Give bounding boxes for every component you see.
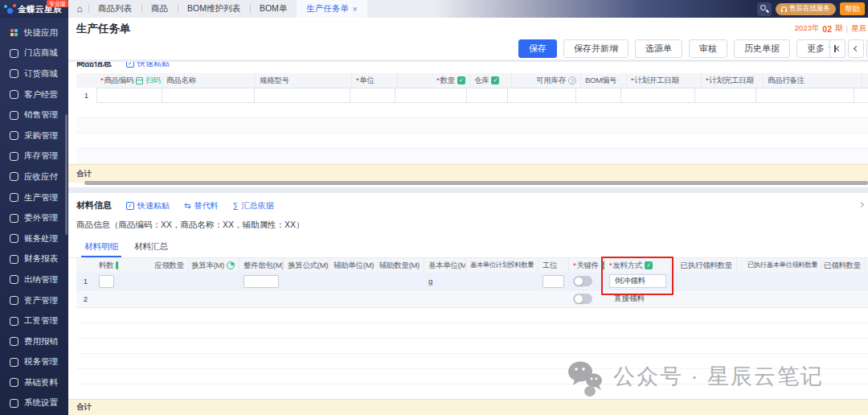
material-column-header[interactable]: 辅助单位(M) bbox=[330, 258, 378, 273]
workstation-input[interactable] bbox=[542, 275, 564, 288]
material-tab[interactable]: 材料明细 bbox=[76, 237, 126, 257]
sidebar-item[interactable]: 税务管理 bbox=[0, 352, 68, 373]
product-column-header[interactable] bbox=[862, 73, 868, 88]
product-cell[interactable] bbox=[620, 88, 695, 103]
sidebar-item[interactable]: 订货商城 bbox=[0, 64, 68, 84]
sidebar-item[interactable]: 财务报表 bbox=[0, 249, 68, 270]
sidebar-item[interactable]: 客户经营 bbox=[0, 84, 68, 105]
product-cell[interactable] bbox=[507, 88, 576, 103]
pack-input[interactable] bbox=[244, 275, 279, 288]
after-sales-service-button[interactable]: 售后在线服务 bbox=[776, 3, 836, 15]
material-column-header[interactable]: 辅助数量(M) bbox=[378, 258, 424, 273]
product-cell[interactable] bbox=[575, 88, 621, 103]
material-column-header[interactable]: 基本单位(M) bbox=[424, 258, 466, 273]
help-button[interactable]: 帮助 bbox=[840, 2, 865, 15]
sidebar-item-icon bbox=[10, 399, 18, 408]
key-part-toggle[interactable] bbox=[573, 276, 592, 286]
logo[interactable]: 金蝶云星辰 专业版 bbox=[0, 0, 68, 18]
product-cell[interactable] bbox=[350, 88, 395, 103]
sidebar-item[interactable]: 采购管理 bbox=[0, 125, 68, 146]
sidebar-item[interactable]: 费用报销 bbox=[0, 331, 68, 352]
history-button[interactable]: 历史单据 bbox=[734, 39, 790, 58]
product-column-header[interactable]: *商品编码 扫码 bbox=[96, 73, 162, 88]
product-column-header[interactable]: *数量 bbox=[398, 73, 470, 88]
sidebar-item[interactable]: 库存管理 bbox=[0, 146, 68, 167]
product-cell[interactable] bbox=[395, 88, 467, 103]
product-cell[interactable] bbox=[755, 88, 854, 103]
material-tool-link[interactable]: 替代料 bbox=[184, 200, 218, 212]
product-column-header[interactable]: *单位 bbox=[352, 73, 398, 88]
material-column-header[interactable]: 已执行基本单位领料数量 bbox=[737, 258, 822, 273]
sidebar-item[interactable]: 快捷应用 bbox=[0, 23, 68, 43]
save-and-new-button[interactable]: 保存并新增 bbox=[563, 39, 628, 58]
material-column-header[interactable]: 已执行领料数量 bbox=[671, 258, 737, 273]
material-column-header[interactable]: 换算率(M) bbox=[189, 258, 240, 273]
sidebar-scrollbar[interactable] bbox=[65, 114, 68, 235]
sidebar-item[interactable]: 账务处理 bbox=[0, 228, 68, 249]
pick-source-button[interactable]: 选源单 bbox=[635, 39, 682, 58]
sidebar-item[interactable]: 基础资料 bbox=[0, 372, 68, 393]
material-column-header[interactable]: 应领数量 bbox=[119, 258, 189, 273]
app-window: 金蝶云星辰 专业版 ⌂ 商品列表 商品 BOM维护列表 bbox=[0, 0, 868, 415]
row-number: 1 bbox=[76, 88, 96, 103]
material-column-header[interactable]: 基本单位计划投料数量 bbox=[466, 258, 538, 273]
sidebar-item[interactable]: 工资管理 bbox=[0, 310, 68, 331]
product-column-header[interactable]: BOM编号 bbox=[581, 73, 627, 88]
close-tab-icon[interactable]: × bbox=[353, 5, 358, 14]
document-tab[interactable]: BOM维护列表 bbox=[178, 0, 250, 18]
document-tab[interactable]: 商品 bbox=[141, 0, 178, 18]
product-cell[interactable] bbox=[162, 88, 255, 103]
sidebar-item[interactable]: 销售管理 bbox=[0, 105, 68, 125]
material-column-header[interactable]: *关键件 bbox=[569, 258, 605, 273]
material-row: 1 g 倒冲领料 bbox=[76, 273, 868, 290]
issue-method-select[interactable]: 倒冲领料 bbox=[609, 274, 666, 288]
key-part-toggle[interactable] bbox=[573, 294, 592, 304]
product-column-header[interactable]: 商品名称 bbox=[162, 73, 256, 88]
home-icon[interactable]: ⌂ bbox=[71, 0, 88, 18]
scan-link[interactable]: 扫码 bbox=[145, 76, 160, 86]
sidebar-item[interactable]: 资产管理 bbox=[0, 290, 68, 311]
product-column-header[interactable]: 可用库存 bbox=[512, 73, 581, 88]
sidebar-item[interactable]: 系统设置 bbox=[0, 393, 68, 414]
material-column-header[interactable]: 已领料数量 bbox=[822, 258, 866, 273]
sidebar-item[interactable]: 应收应付 bbox=[0, 166, 68, 187]
sidebar-item[interactable]: 生产管理 bbox=[0, 187, 68, 208]
qty-input[interactable] bbox=[99, 275, 114, 288]
product-cell[interactable] bbox=[466, 88, 508, 103]
material-column-header[interactable]: 整件散包(M) bbox=[240, 258, 284, 273]
product-cell[interactable] bbox=[694, 88, 756, 103]
product-cell[interactable] bbox=[254, 88, 350, 103]
product-column-header[interactable]: 商品行备注 bbox=[764, 73, 862, 88]
document-tab[interactable]: BOM单 bbox=[250, 0, 297, 18]
product-cell[interactable] bbox=[854, 88, 868, 103]
required-marker: * bbox=[356, 76, 358, 84]
first-record-button[interactable] bbox=[829, 39, 845, 58]
previous-record-button[interactable] bbox=[848, 39, 864, 58]
material-tool-link[interactable]: 汇总依据 bbox=[232, 200, 273, 212]
prev-page-icon bbox=[853, 45, 858, 51]
save-button[interactable]: 保存 bbox=[518, 39, 557, 58]
material-column-header[interactable]: 工位 bbox=[538, 258, 569, 273]
material-column-header[interactable]: *发料方式 bbox=[605, 258, 671, 273]
material-column-header[interactable]: 换算公式(M) bbox=[284, 258, 330, 273]
horizontal-scrollbar[interactable] bbox=[84, 181, 868, 185]
material-tab[interactable]: 材料汇总 bbox=[126, 237, 176, 257]
quick-paste-link[interactable]: 快速粘贴 bbox=[126, 62, 170, 69]
material-tool-link[interactable]: 快速粘贴 bbox=[126, 200, 170, 212]
issue-method-value[interactable]: 直接领料 bbox=[609, 294, 645, 304]
product-column-header[interactable]: *计划开工日期 bbox=[627, 73, 702, 88]
product-cell[interactable] bbox=[96, 88, 162, 103]
sidebar-item[interactable]: 委外管理 bbox=[0, 208, 68, 228]
product-column-header[interactable]: 仓库 bbox=[470, 73, 512, 88]
product-column-header[interactable]: *计划完工日期 bbox=[702, 73, 764, 88]
column-flag-icon bbox=[645, 261, 653, 269]
search-button[interactable] bbox=[757, 2, 772, 16]
document-tab[interactable]: 商品列表 bbox=[88, 0, 141, 18]
sidebar-item[interactable]: 出纳管理 bbox=[0, 269, 68, 290]
material-column-header[interactable]: 料数 bbox=[95, 258, 119, 273]
audit-button[interactable]: 审核 bbox=[689, 39, 727, 58]
document-tab[interactable]: 生产任务单 × bbox=[297, 0, 366, 18]
material-table: 料数 应领数量 换算率(M) bbox=[76, 258, 868, 400]
product-column-header[interactable]: 规格型号 bbox=[256, 73, 352, 88]
sidebar-item[interactable]: 门店商城 bbox=[0, 43, 68, 64]
